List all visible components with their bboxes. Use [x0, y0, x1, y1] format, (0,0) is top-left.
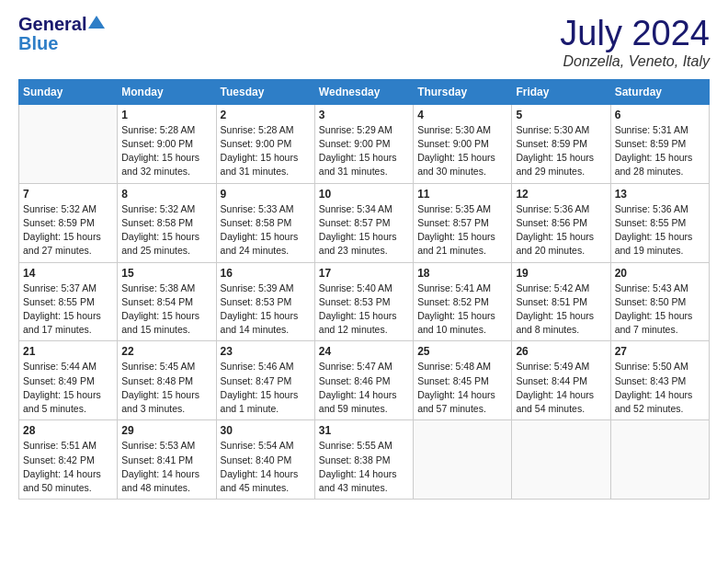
day-info: Sunrise: 5:30 AMSunset: 9:00 PMDaylight:… [417, 123, 507, 179]
title-block: July 2024 Donzella, Veneto, Italy [560, 15, 710, 70]
calendar-day-cell: 11Sunrise: 5:35 AMSunset: 8:57 PMDayligh… [414, 183, 512, 262]
day-number: 24 [319, 345, 409, 358]
day-info: Sunrise: 5:50 AMSunset: 8:43 PMDaylight:… [615, 360, 705, 416]
month-title: July 2024 [560, 15, 710, 53]
location: Donzella, Veneto, Italy [560, 53, 710, 70]
day-info: Sunrise: 5:45 AMSunset: 8:48 PMDaylight:… [121, 360, 211, 416]
day-info: Sunrise: 5:43 AMSunset: 8:50 PMDaylight:… [615, 282, 705, 338]
day-of-week-header: Wednesday [314, 79, 413, 104]
day-of-week-header: Friday [512, 79, 610, 104]
calendar-day-cell: 6Sunrise: 5:31 AMSunset: 8:59 PMDaylight… [610, 104, 709, 183]
calendar-day-cell: 7Sunrise: 5:32 AMSunset: 8:59 PMDaylight… [19, 183, 118, 262]
calendar-day-cell: 12Sunrise: 5:36 AMSunset: 8:56 PMDayligh… [512, 183, 610, 262]
calendar-day-cell: 30Sunrise: 5:54 AMSunset: 8:40 PMDayligh… [216, 420, 314, 500]
day-number: 18 [417, 267, 507, 280]
day-of-week-header: Monday [118, 79, 216, 104]
calendar-day-cell: 23Sunrise: 5:46 AMSunset: 8:47 PMDayligh… [216, 341, 314, 420]
day-info: Sunrise: 5:36 AMSunset: 8:55 PMDaylight:… [615, 202, 705, 259]
day-of-week-header: Tuesday [216, 79, 314, 104]
calendar-day-cell: 4Sunrise: 5:30 AMSunset: 9:00 PMDaylight… [414, 104, 512, 183]
calendar-day-cell: 28Sunrise: 5:51 AMSunset: 8:42 PMDayligh… [19, 420, 118, 500]
day-info: Sunrise: 5:55 AMSunset: 8:38 PMDaylight:… [319, 439, 409, 495]
day-number: 6 [615, 109, 705, 121]
calendar-page: General Blue July 2024 Donzella, Veneto,… [0, 0, 728, 514]
calendar-day-cell: 26Sunrise: 5:49 AMSunset: 8:44 PMDayligh… [512, 341, 610, 420]
calendar-day-cell [19, 104, 118, 183]
day-number: 22 [121, 345, 211, 358]
day-info: Sunrise: 5:36 AMSunset: 8:56 PMDaylight:… [516, 202, 606, 259]
day-info: Sunrise: 5:28 AMSunset: 9:00 PMDaylight:… [121, 123, 211, 179]
logo-blue-text: Blue [18, 33, 58, 53]
calendar-day-cell: 29Sunrise: 5:53 AMSunset: 8:41 PMDayligh… [118, 420, 216, 500]
calendar-day-cell: 5Sunrise: 5:30 AMSunset: 8:59 PMDaylight… [512, 104, 610, 183]
day-number: 27 [615, 345, 705, 358]
day-of-week-header: Thursday [414, 79, 512, 104]
calendar-day-cell: 22Sunrise: 5:45 AMSunset: 8:48 PMDayligh… [118, 341, 216, 420]
calendar-day-cell [512, 420, 610, 500]
calendar-week-row: 1Sunrise: 5:28 AMSunset: 9:00 PMDaylight… [19, 104, 710, 183]
day-info: Sunrise: 5:33 AMSunset: 8:58 PMDaylight:… [221, 202, 311, 259]
day-number: 28 [23, 424, 113, 437]
calendar-table: SundayMondayTuesdayWednesdayThursdayFrid… [18, 79, 710, 500]
day-info: Sunrise: 5:34 AMSunset: 8:57 PMDaylight:… [319, 202, 409, 259]
day-info: Sunrise: 5:53 AMSunset: 8:41 PMDaylight:… [121, 439, 211, 495]
calendar-day-cell: 8Sunrise: 5:32 AMSunset: 8:58 PMDaylight… [118, 183, 216, 262]
day-number: 1 [121, 109, 211, 121]
day-info: Sunrise: 5:32 AMSunset: 8:58 PMDaylight:… [121, 202, 211, 259]
day-info: Sunrise: 5:30 AMSunset: 8:59 PMDaylight:… [516, 123, 606, 179]
day-info: Sunrise: 5:54 AMSunset: 8:40 PMDaylight:… [221, 439, 311, 495]
calendar-week-row: 21Sunrise: 5:44 AMSunset: 8:49 PMDayligh… [19, 341, 710, 420]
day-info: Sunrise: 5:35 AMSunset: 8:57 PMDaylight:… [417, 202, 507, 259]
calendar-week-row: 28Sunrise: 5:51 AMSunset: 8:42 PMDayligh… [19, 420, 710, 500]
calendar-day-cell [610, 420, 709, 500]
logo-icon [88, 16, 105, 29]
day-number: 21 [23, 345, 113, 358]
calendar-day-cell: 14Sunrise: 5:37 AMSunset: 8:55 PMDayligh… [19, 262, 118, 341]
day-number: 26 [516, 345, 606, 358]
day-number: 16 [221, 267, 311, 280]
header: General Blue July 2024 Donzella, Veneto,… [18, 15, 710, 70]
day-number: 17 [319, 267, 409, 280]
day-number: 12 [516, 188, 606, 201]
day-info: Sunrise: 5:48 AMSunset: 8:45 PMDaylight:… [417, 360, 507, 416]
calendar-day-cell: 10Sunrise: 5:34 AMSunset: 8:57 PMDayligh… [314, 183, 413, 262]
day-number: 8 [121, 188, 211, 201]
calendar-day-cell: 15Sunrise: 5:38 AMSunset: 8:54 PMDayligh… [118, 262, 216, 341]
day-info: Sunrise: 5:44 AMSunset: 8:49 PMDaylight:… [23, 360, 113, 416]
calendar-day-cell: 20Sunrise: 5:43 AMSunset: 8:50 PMDayligh… [610, 262, 709, 341]
calendar-header-row: SundayMondayTuesdayWednesdayThursdayFrid… [19, 79, 710, 104]
day-info: Sunrise: 5:31 AMSunset: 8:59 PMDaylight:… [615, 123, 705, 179]
calendar-day-cell: 13Sunrise: 5:36 AMSunset: 8:55 PMDayligh… [610, 183, 709, 262]
calendar-day-cell: 27Sunrise: 5:50 AMSunset: 8:43 PMDayligh… [610, 341, 709, 420]
calendar-week-row: 14Sunrise: 5:37 AMSunset: 8:55 PMDayligh… [19, 262, 710, 341]
calendar-day-cell: 17Sunrise: 5:40 AMSunset: 8:53 PMDayligh… [314, 262, 413, 341]
day-of-week-header: Sunday [19, 79, 118, 104]
day-info: Sunrise: 5:38 AMSunset: 8:54 PMDaylight:… [121, 282, 211, 338]
calendar-day-cell: 18Sunrise: 5:41 AMSunset: 8:52 PMDayligh… [414, 262, 512, 341]
day-info: Sunrise: 5:42 AMSunset: 8:51 PMDaylight:… [516, 282, 606, 338]
day-info: Sunrise: 5:28 AMSunset: 9:00 PMDaylight:… [221, 123, 311, 179]
day-number: 13 [615, 188, 705, 201]
day-number: 14 [23, 267, 113, 280]
day-number: 9 [221, 188, 311, 201]
day-number: 11 [417, 188, 507, 201]
day-of-week-header: Saturday [610, 79, 709, 104]
calendar-day-cell: 1Sunrise: 5:28 AMSunset: 9:00 PMDaylight… [118, 104, 216, 183]
day-number: 3 [319, 109, 409, 121]
day-info: Sunrise: 5:47 AMSunset: 8:46 PMDaylight:… [319, 360, 409, 416]
day-number: 4 [417, 109, 507, 121]
day-info: Sunrise: 5:39 AMSunset: 8:53 PMDaylight:… [221, 282, 311, 338]
calendar-day-cell: 3Sunrise: 5:29 AMSunset: 9:00 PMDaylight… [314, 104, 413, 183]
calendar-day-cell: 25Sunrise: 5:48 AMSunset: 8:45 PMDayligh… [414, 341, 512, 420]
day-number: 19 [516, 267, 606, 280]
day-number: 15 [121, 267, 211, 280]
day-info: Sunrise: 5:49 AMSunset: 8:44 PMDaylight:… [516, 360, 606, 416]
logo: General Blue [18, 15, 105, 54]
calendar-day-cell: 9Sunrise: 5:33 AMSunset: 8:58 PMDaylight… [216, 183, 314, 262]
day-info: Sunrise: 5:29 AMSunset: 9:00 PMDaylight:… [319, 123, 409, 179]
day-info: Sunrise: 5:46 AMSunset: 8:47 PMDaylight:… [221, 360, 311, 416]
day-number: 10 [319, 188, 409, 201]
day-number: 5 [516, 109, 606, 121]
calendar-day-cell: 16Sunrise: 5:39 AMSunset: 8:53 PMDayligh… [216, 262, 314, 341]
calendar-day-cell: 31Sunrise: 5:55 AMSunset: 8:38 PMDayligh… [314, 420, 413, 500]
